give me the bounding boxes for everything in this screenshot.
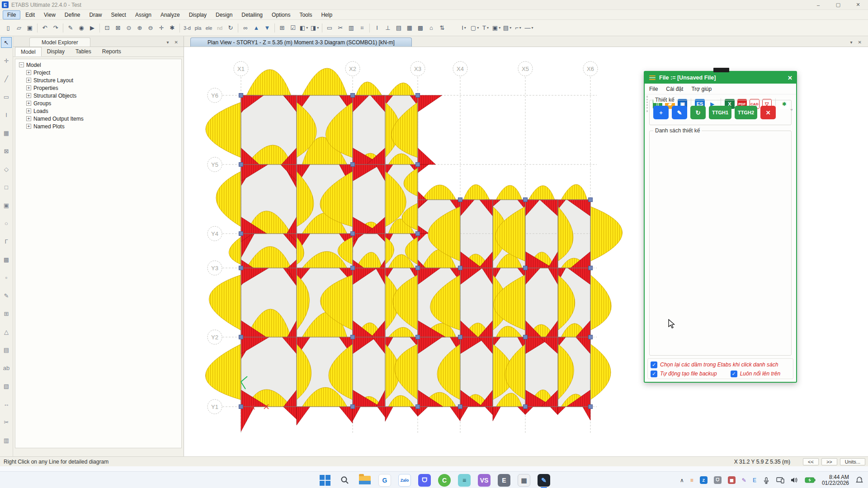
object-shrink-icon[interactable]: ⊞ <box>277 23 287 33</box>
draw-wall-tool[interactable]: Γ <box>1 236 12 247</box>
expand-icon[interactable]: + <box>26 78 31 83</box>
next-view-button[interactable]: >> <box>821 458 837 465</box>
collapse-icon[interactable]: − <box>19 62 24 67</box>
lock-model-icon[interactable]: ◉ <box>76 23 86 33</box>
checkbox-checked-icon[interactable]: ✓ <box>651 371 657 377</box>
tray-photos-icon[interactable]: ▦ <box>728 476 736 484</box>
stretch-icon[interactable]: ⇅ <box>437 23 447 33</box>
explorer-tab-tables[interactable]: Tables <box>70 47 97 56</box>
notification-bell-icon[interactable]: z <box>855 476 863 484</box>
explorer-close-icon[interactable]: ✕ <box>172 40 181 45</box>
expand-icon[interactable]: + <box>26 70 31 75</box>
tree-item-loads[interactable]: +Loads <box>15 107 181 115</box>
coccoc-browser[interactable]: C <box>438 474 451 487</box>
rotate-view-icon[interactable]: ↻ <box>226 23 236 33</box>
tree-item-named-plots[interactable]: +Named Plots <box>15 122 181 130</box>
checkbox-option[interactable]: ✓Luôn nổi lên trên <box>731 371 780 377</box>
tree-item-named-output-items[interactable]: +Named Output Items <box>15 115 181 122</box>
wall-props-icon[interactable]: ⌐▾ <box>513 23 523 33</box>
ttgh1-button[interactable]: TTGH1 <box>709 106 731 119</box>
quick-draw-area-tool[interactable]: ▣ <box>1 200 12 211</box>
tray-discord-icon[interactable]: ᗜ <box>714 476 722 484</box>
mesh-icon[interactable]: ▦ <box>405 23 415 33</box>
expand-icon[interactable]: + <box>26 85 31 90</box>
plan-view-tab[interactable]: Plan View - STORY1 - Z = 5.35 (m) Moment… <box>190 38 412 47</box>
active-plugin-app[interactable]: ✎ <box>538 474 550 487</box>
menu-detailing[interactable]: Detailing <box>237 11 267 19</box>
visual-studio-app[interactable]: VS <box>478 474 491 487</box>
draw-slab-rebar-tool[interactable]: ▤ <box>1 344 12 355</box>
view-collapse-icon[interactable]: ▾ <box>848 40 855 45</box>
view-plan-button[interactable]: pla <box>193 23 203 33</box>
maximize-button[interactable]: ▢ <box>828 0 848 9</box>
units-button[interactable]: Units... <box>840 458 865 465</box>
speaker-icon[interactable] <box>791 477 798 483</box>
run-analysis-icon[interactable]: ▶ <box>87 23 97 33</box>
pan-icon[interactable]: ✛ <box>156 23 166 33</box>
draw-poly-area-tool[interactable]: ◇ <box>1 164 12 174</box>
deck-props-icon[interactable]: ▤▾ <box>502 23 512 33</box>
frame-props-icon[interactable]: ▢▾ <box>470 23 480 33</box>
menu-select[interactable]: Select <box>107 11 130 19</box>
menu-options[interactable]: Options <box>268 11 294 19</box>
g-app[interactable]: G <box>378 474 391 487</box>
edit-design-button[interactable]: ✎ <box>672 106 687 119</box>
dropdown-caret-icon[interactable]: ▾ <box>531 26 533 30</box>
ttgh2-button[interactable]: TTGH2 <box>735 106 757 119</box>
merge-icon[interactable]: ⌂ <box>426 23 436 33</box>
e-app[interactable]: E <box>498 474 510 487</box>
explorer-tab-model[interactable]: Model <box>15 47 42 56</box>
expand-icon[interactable]: + <box>26 101 31 106</box>
view-elevation-button[interactable]: ele <box>204 23 214 33</box>
quick-draw-wall-tool[interactable]: ▩ <box>1 254 12 265</box>
reshape-tool[interactable]: ✛ <box>1 55 12 66</box>
close-button[interactable]: ✕ <box>848 0 868 9</box>
draw-circle-area-tool[interactable]: ○ <box>1 218 12 229</box>
tray-expand-icon[interactable]: ∧ <box>680 477 684 483</box>
tree-item-properties[interactable]: +Properties <box>15 84 181 92</box>
refresh-design-button[interactable]: ↻ <box>690 106 706 119</box>
menu-tools[interactable]: Tools <box>295 11 316 19</box>
dropdown-caret-icon[interactable]: ▾ <box>477 26 479 30</box>
notepad-app[interactable]: ≡ <box>458 474 471 487</box>
draw-dimension-tool[interactable]: ✎ <box>1 290 12 301</box>
zoom-previous-icon[interactable]: ⊙ <box>124 23 134 33</box>
divide-frames-icon[interactable]: ✂ <box>335 23 345 33</box>
menu-view[interactable]: View <box>40 11 60 19</box>
dropdown-caret-icon[interactable]: ▾ <box>317 26 319 30</box>
draw-window-tool[interactable]: ▫ <box>1 272 12 283</box>
battery-icon[interactable] <box>805 477 816 483</box>
expand-icon[interactable]: + <box>26 124 31 129</box>
dropdown-caret-icon[interactable]: ▾ <box>487 26 489 30</box>
move-up-story-icon[interactable]: ▲ <box>251 23 261 33</box>
draw-grid-tool[interactable]: ⊞ <box>1 308 12 319</box>
grid-system-icon[interactable]: ⌗ <box>357 23 367 33</box>
prev-view-button[interactable]: << <box>803 458 819 465</box>
menu-analyze[interactable]: Analyze <box>156 11 184 19</box>
zoom-fit-icon[interactable]: ⊠ <box>113 23 123 33</box>
select-mode-icon[interactable]: ◧▾ <box>299 23 309 33</box>
tree-item-structure-layout[interactable]: +Structure Layout <box>15 76 181 84</box>
text-annotation-tool[interactable]: ab <box>1 362 12 373</box>
dialog-menu-cài-đặt[interactable]: Cài đặt <box>666 86 683 92</box>
menu-file[interactable]: File <box>3 10 20 19</box>
hamburger-icon[interactable] <box>649 75 656 80</box>
checkbox-option[interactable]: ✓Tự động tạo file backup <box>651 371 717 377</box>
microphone-icon[interactable] <box>763 477 770 484</box>
new-model-icon[interactable]: ▯ <box>3 23 13 33</box>
dialog-menu-file[interactable]: File <box>649 86 658 92</box>
elevation-view-icon[interactable]: ▥ <box>346 23 356 33</box>
cast-display-icon[interactable] <box>776 477 784 483</box>
model-explorer-title[interactable]: Model Explorer <box>29 38 90 47</box>
open-model-icon[interactable]: ▱ <box>14 23 24 33</box>
tray-pen-icon[interactable]: ✎ <box>742 477 746 483</box>
view-named-button[interactable]: nd <box>215 23 225 33</box>
assign-shell-icon[interactable]: ▤ <box>394 23 404 33</box>
dropdown-caret-icon[interactable]: ▾ <box>499 26 500 30</box>
menu-display[interactable]: Display <box>185 11 211 19</box>
deselect-mode-icon[interactable]: ◨▾ <box>310 23 320 33</box>
check-model-icon[interactable]: ▩ <box>415 23 425 33</box>
menu-draw[interactable]: Draw <box>85 11 106 19</box>
start-button[interactable] <box>319 474 331 487</box>
menu-help[interactable]: Help <box>317 11 336 19</box>
